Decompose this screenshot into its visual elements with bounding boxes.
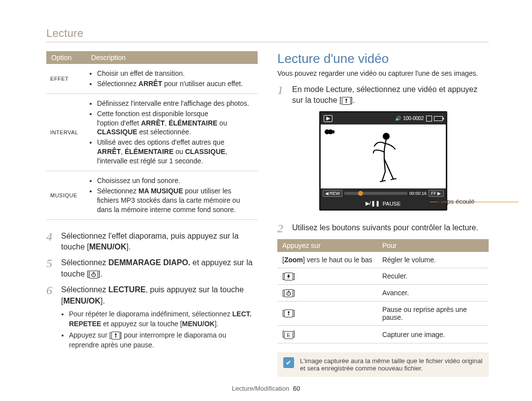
elapsed-time: 00:00:16 — [409, 191, 427, 196]
video-icon — [325, 128, 334, 137]
note-text: L'image capturée aura la même taille que… — [300, 357, 483, 372]
desc-musique: Choisissez un fond sonore. Sélectionnez … — [86, 171, 258, 220]
th-description: Description — [86, 51, 258, 64]
page-title: Lecture — [46, 27, 83, 39]
opt-effet: EFFET — [46, 64, 86, 93]
th-option: Option — [46, 51, 86, 64]
sound-icon: 🔊 — [395, 116, 401, 121]
table-row: [ ] Pause ou reprise après une pause. — [277, 301, 489, 325]
timer-icon — [89, 271, 98, 278]
th-action: Pour — [377, 239, 489, 252]
table-row: [ ] Avancer. — [277, 284, 489, 301]
screen-top-bar: 🔊 100-0002 — [321, 113, 446, 124]
desc-interval: Définissez l'intervalle entre l'affichag… — [86, 93, 258, 171]
section-title: Lecture d'une vidéo — [277, 51, 489, 66]
screen-pause-bar: ▶/❚❚ PAUSE — [321, 198, 446, 209]
intro-text: Vous pouvez regarder une vidéo ou captur… — [277, 69, 489, 77]
left-column: Option Description EFFET Choisir un effe… — [46, 51, 258, 377]
page-footer: Lecture/Modification 60 — [0, 385, 532, 392]
table-row: INTERVAL Définissez l'intervalle entre l… — [46, 93, 258, 171]
rew-btn: ◀ REW — [323, 190, 343, 197]
macro-icon — [284, 309, 293, 317]
options-table: Option Description EFFET Choisir un effe… — [46, 51, 258, 220]
screen-body — [321, 124, 446, 188]
play-mode-icon — [324, 115, 332, 122]
timer-icon — [284, 289, 293, 297]
screen-illustration-wrap: 🔊 100-0002 — [277, 111, 489, 211]
e-button-icon: E — [284, 331, 293, 339]
step-5: 5 Sélectionnez DEMMARAGE DIAPO. et appuy… — [46, 257, 258, 279]
svg-marker-1 — [327, 117, 330, 120]
table-row: [Zoom] vers le haut ou le bas Régler le … — [277, 252, 489, 268]
screen-illustration: 🔊 100-0002 — [319, 111, 447, 211]
step-2: 2 Utilisez les boutons suivants pour con… — [277, 222, 489, 234]
battery-icon — [434, 116, 443, 121]
progress-dot — [358, 191, 363, 196]
left-steps: 4 Sélectionnez l'effet diaporama, puis a… — [46, 231, 258, 352]
opt-interval: INTERVAL — [46, 93, 86, 171]
right-column: Lecture d'une vidéo Vous pouvez regarder… — [277, 51, 489, 377]
opt-musique: MUSIQUE — [46, 171, 86, 220]
skater-illustration — [367, 131, 407, 187]
controls-table: Appuyez sur Pour [Zoom] vers le haut ou … — [277, 239, 489, 344]
step-4: 4 Sélectionnez l'effet diaporama, puis a… — [46, 231, 258, 253]
svg-point-5 — [383, 133, 389, 139]
ff-btn: FF ▶ — [429, 190, 444, 197]
note-icon: ✔ — [283, 357, 294, 368]
table-row: [E] Capturer une image. — [277, 325, 489, 343]
svg-marker-6 — [287, 274, 290, 279]
leader-label: Temps écoulé — [435, 198, 474, 205]
macro-icon — [342, 97, 351, 105]
step-1: 1 En mode Lecture, sélectionnez une vidé… — [277, 84, 489, 106]
note-box: ✔ L'image capturée aura la même taille q… — [277, 352, 489, 377]
macro-icon — [111, 332, 120, 339]
progress-track — [344, 192, 407, 195]
counter-text: 100-0002 — [403, 116, 424, 121]
table-row: MUSIQUE Choisissez un fond sonore. Sélec… — [46, 171, 258, 220]
page-header: Lecture — [46, 27, 489, 42]
step-6: 6 Sélectionnez LECTURE, puis appuyez sur… — [46, 284, 258, 352]
play-pause-icon: ▶/❚❚ — [366, 200, 380, 207]
th-key: Appuyez sur — [277, 239, 377, 252]
screen-progress-bar: ◀ REW 00:00:16 FF ▶ — [321, 188, 446, 198]
table-row: EFFET Choisir un effet de transition. Sé… — [46, 64, 258, 93]
svg-rect-4 — [332, 130, 334, 133]
desc-effet: Choisir un effet de transition. Sélectio… — [86, 64, 258, 93]
card-icon — [426, 116, 432, 122]
table-row: [ ] Reculer. — [277, 268, 489, 284]
flash-icon — [284, 273, 293, 280]
